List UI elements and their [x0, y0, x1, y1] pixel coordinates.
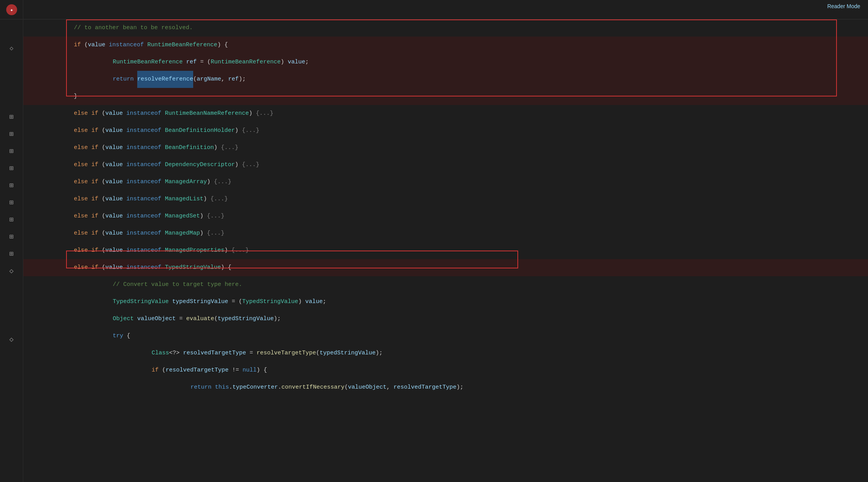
- code-line-else-map: else if (value instanceof ManagedMap) {.…: [23, 225, 868, 242]
- code-line-comment: // to another bean to be resolved.: [23, 19, 868, 37]
- gutter-fold-9[interactable]: ⊞: [0, 228, 23, 245]
- code-line-else-set: else if (value instanceof ManagedSet) {.…: [23, 208, 868, 225]
- editor-container: ✦ ◇ ⊞ ⊞ ⊞ ⊞ ⊞ ⊞ ⊞ ⊞ ⊞ ◇: [0, 0, 868, 482]
- gutter-row-18: [0, 314, 23, 331]
- code-line-typed-decl: TypedStringValue typedStringValue = (Typ…: [23, 293, 868, 310]
- top-bar: Reader Mode: [23, 0, 868, 19]
- code-line-else-name: else if (value instanceof RuntimeBeanNam…: [23, 105, 868, 122]
- code-line-object-decl: Object valueObject = evaluate(typedStrin…: [23, 310, 868, 328]
- reader-mode-button[interactable]: Reader Mode: [827, 3, 860, 9]
- gutter-row-16: [0, 279, 23, 296]
- gutter-fold-7[interactable]: ⊞: [0, 194, 23, 211]
- code-content: // to another bean to be resolved. if (v…: [23, 19, 868, 396]
- gutter-fold-2[interactable]: ⊞: [0, 108, 23, 125]
- gutter-fold-8[interactable]: ⊞: [0, 211, 23, 228]
- gutter-row-4: [0, 74, 23, 91]
- app-logo: ✦: [5, 4, 18, 16]
- code-line-return2: return this.typeConverter.convertIfNeces…: [23, 379, 868, 396]
- gutter-row-21: [0, 365, 23, 382]
- gutter-row-3: [0, 57, 23, 74]
- code-line-else-typed: else if (value instanceof TypedStringVal…: [23, 259, 868, 276]
- code-line-close1: }: [23, 88, 868, 105]
- code-line-try: try {: [23, 328, 868, 345]
- code-line-else-holder: else if (value instanceof BeanDefinition…: [23, 122, 868, 139]
- gutter-fold-10[interactable]: ⊞: [0, 245, 23, 262]
- code-line-return: return resolveReference(argName, ref);: [23, 71, 868, 88]
- code-line-else-beandef: else if (value instanceof BeanDefinition…: [23, 139, 868, 156]
- gutter-fold-4[interactable]: ⊞: [0, 142, 23, 159]
- code-line-else-dep: else if (value instanceof DependencyDesc…: [23, 156, 868, 174]
- gutter-fold-5[interactable]: ⊞: [0, 159, 23, 177]
- code-line-else-array: else if (value instanceof ManagedArray) …: [23, 174, 868, 191]
- gutter-fold-3[interactable]: ⊞: [0, 125, 23, 142]
- gutter-icons-container: ◇ ⊞ ⊞ ⊞ ⊞ ⊞ ⊞ ⊞ ⊞ ⊞ ◇ ◇: [0, 19, 23, 399]
- gutter-fold-1[interactable]: ◇: [0, 40, 23, 57]
- code-line-else-props: else if (value instanceof ManagedPropert…: [23, 242, 868, 259]
- code-line-else-list: else if (value instanceof ManagedList) {…: [23, 191, 868, 208]
- svg-text:✦: ✦: [10, 7, 13, 13]
- gutter-row-5: [0, 91, 23, 108]
- gutter-row-22: [0, 382, 23, 399]
- gutter-row-17: [0, 296, 23, 314]
- code-line-if-runtime: if (value instanceof RuntimeBeanReferenc…: [23, 37, 868, 54]
- gutter-row-20: [0, 348, 23, 365]
- code-line-comment2: // Convert value to target type here.: [23, 276, 868, 293]
- gutter-fold-6[interactable]: ⊞: [0, 177, 23, 194]
- gutter-row[interactable]: [0, 23, 23, 40]
- code-line-if-null: if (resolvedTargetType != null) {: [23, 362, 868, 379]
- gutter: ✦ ◇ ⊞ ⊞ ⊞ ⊞ ⊞ ⊞ ⊞ ⊞ ⊞ ◇: [0, 0, 23, 482]
- code-line-runtime-decl: RuntimeBeanReference ref = (RuntimeBeanR…: [23, 54, 868, 71]
- code-line-class-decl: Class<?> resolvedTargetType = resolveTar…: [23, 345, 868, 362]
- gutter-fold-11[interactable]: ◇: [0, 262, 23, 279]
- code-area: Reader Mode // to another bean to be res…: [23, 0, 868, 482]
- gutter-fold-12[interactable]: ◇: [0, 331, 23, 348]
